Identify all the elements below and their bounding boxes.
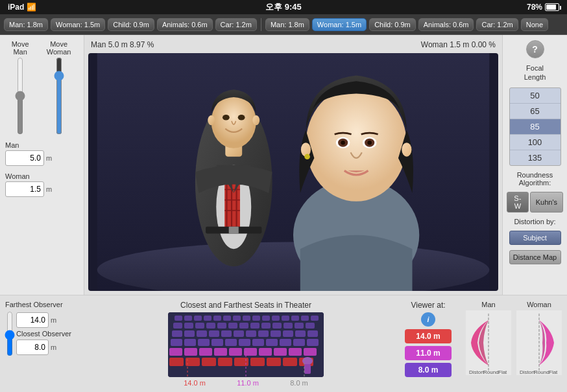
toolbar-btn-man-right[interactable]: Man: 1.8m: [265, 18, 309, 31]
svg-rect-35: [194, 316, 202, 321]
distortion-label: Distortion by:: [514, 218, 555, 225]
farthest-unit: m: [51, 316, 56, 324]
svg-point-25: [341, 141, 344, 144]
farthest-slider[interactable]: [5, 311, 14, 356]
woman-value-input[interactable]: [5, 181, 44, 197]
svg-rect-61: [172, 330, 182, 337]
svg-rect-98: [234, 358, 248, 366]
toolbar-btn-child-left[interactable]: Child: 0.9m: [108, 18, 154, 31]
woman-stat: Woman 1.5 m 0.00 %: [421, 40, 496, 49]
toolbar-btn-child-right[interactable]: Child: 0.9m: [369, 18, 416, 31]
svg-rect-43: [272, 316, 280, 321]
farthest-input-row: m: [16, 312, 71, 328]
bottom-left: Farthest Observer m Closest Observer m: [5, 301, 96, 387]
woman-input-row: m: [5, 181, 78, 197]
man-slider[interactable]: [12, 57, 28, 135]
help-button[interactable]: ?: [526, 40, 544, 58]
svg-rect-91: [274, 348, 287, 356]
man-chart-label: Man: [481, 301, 495, 308]
closest-input-row: m: [16, 340, 71, 355]
status-right: 78%: [527, 3, 559, 12]
focal-item-50[interactable]: 50: [510, 88, 561, 104]
svg-rect-45: [291, 316, 299, 321]
toolbar-btn-animals-left[interactable]: Animals: 0.6m: [157, 18, 213, 31]
svg-rect-59: [295, 323, 304, 329]
left-panel: Move Man Move Woman Man m Woman m: [0, 35, 84, 295]
roundness-label: RoundnessAlgorithm:: [517, 171, 553, 187]
svg-rect-71: [295, 330, 306, 337]
viewport: [88, 53, 498, 291]
svg-point-17: [238, 115, 245, 121]
toolbar-btn-man-left[interactable]: Man: 1.8m: [4, 18, 48, 31]
closest-observer-label: Closest Observer: [16, 330, 71, 338]
farthest-value-input[interactable]: [16, 312, 49, 328]
svg-rect-70: [283, 330, 293, 337]
toolbar-btn-car-left[interactable]: Car: 1.2m: [215, 18, 257, 31]
svg-rect-60: [306, 323, 315, 329]
stats-bar: Man 5.0 m 8.97 % Woman 1.5 m 0.00 %: [88, 39, 498, 51]
svg-rect-101: [283, 358, 297, 366]
kuhns-button[interactable]: Kuhn's: [530, 192, 563, 213]
toolbar-divider: [261, 18, 261, 31]
theater-title: Closest and Farthest Seats in Theater: [180, 301, 311, 310]
svg-rect-81: [280, 339, 291, 346]
toolbar-btn-woman-right[interactable]: Woman: 1.5m: [312, 18, 367, 31]
viewer-badge-11: 11.0 m: [405, 346, 452, 360]
svg-rect-78: [239, 339, 250, 346]
svg-rect-93: [304, 348, 317, 356]
focal-item-85[interactable]: 85: [510, 119, 561, 135]
farthest-observer-label: Farthest Observer: [5, 301, 96, 308]
svg-rect-62: [184, 330, 195, 337]
theater-labels: 14.0 m 11.0 m 8.0 m: [168, 379, 324, 387]
distance-map-button[interactable]: Distance Map: [509, 250, 561, 264]
toolbar-btn-woman-left[interactable]: Woman: 1.5m: [51, 18, 105, 31]
focal-item-100[interactable]: 100: [510, 135, 561, 150]
move-man-label: Move Man: [5, 40, 35, 56]
toolbar-btn-car-right[interactable]: Car: 1.2m: [476, 18, 518, 31]
svg-rect-69: [271, 330, 281, 337]
svg-rect-47: [311, 316, 319, 321]
woman-input-group: Woman m: [5, 172, 78, 197]
svg-rect-57: [272, 323, 282, 329]
svg-rect-99: [250, 358, 265, 366]
svg-rect-96: [202, 358, 216, 366]
focal-item-135[interactable]: 135: [510, 150, 561, 165]
woman-unit: m: [46, 185, 52, 193]
svg-point-22: [306, 87, 406, 202]
viewer-label: Viewer at:: [411, 301, 445, 310]
svg-rect-97: [218, 358, 232, 366]
sw-button[interactable]: S-W: [507, 192, 529, 213]
closest-value-input[interactable]: [16, 340, 49, 355]
device-label: iPad: [8, 3, 24, 12]
toolbar-btn-animals-right[interactable]: Animals: 0.6m: [418, 18, 474, 31]
man-value-input[interactable]: [5, 150, 44, 166]
svg-rect-52: [217, 323, 226, 329]
slider-section: Move Man Move Woman: [5, 40, 78, 135]
bottom-panel: Farthest Observer m Closest Observer m C…: [0, 295, 567, 392]
svg-rect-88: [229, 348, 242, 356]
svg-point-18: [208, 115, 215, 125]
svg-rect-49: [184, 323, 193, 329]
svg-point-15: [211, 95, 256, 148]
svg-rect-13: [229, 227, 239, 234]
viewer-info-button[interactable]: i: [421, 312, 435, 327]
subject-button[interactable]: Subject: [509, 231, 561, 245]
svg-rect-50: [195, 323, 204, 329]
focal-item-65[interactable]: 65: [510, 104, 561, 119]
svg-rect-80: [266, 339, 278, 346]
svg-rect-76: [211, 339, 223, 346]
toolbar-btn-none[interactable]: None: [521, 18, 548, 31]
man-slider-container: Move Man: [5, 40, 35, 135]
svg-rect-40: [243, 316, 250, 321]
svg-rect-44: [282, 316, 289, 321]
woman-chart-label: Woman: [527, 301, 551, 308]
theater-label-red: 14.0 m: [184, 379, 206, 387]
woman-chart-col: Woman Distort Round Flat: [516, 301, 562, 387]
woman-slider[interactable]: [51, 57, 67, 135]
woman-chart-svg: Distort Round Flat: [516, 310, 562, 375]
svg-rect-87: [214, 348, 227, 356]
roundness-btn-group: S-W Kuhn's: [507, 192, 563, 213]
svg-rect-95: [186, 358, 200, 366]
svg-point-19: [252, 115, 259, 125]
info-icon: i: [427, 316, 429, 323]
